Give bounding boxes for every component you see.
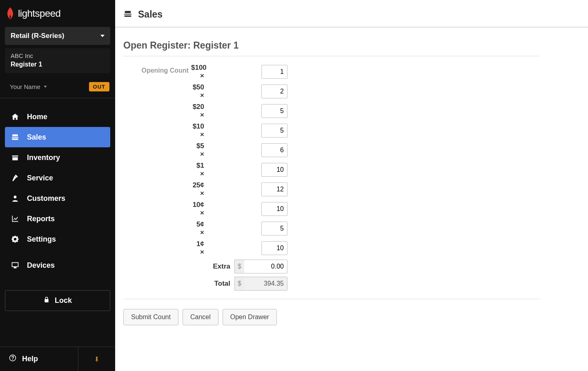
nav-sales[interactable]: Sales [5,127,110,147]
user-row: Your Name OUT [0,78,115,98]
chevron-down-icon [44,86,47,88]
denom-input-5c[interactable] [261,222,287,235]
hammer-icon [11,173,20,182]
extra-label: Extra [191,262,232,271]
denom-label-5c: 5¢ × [191,220,232,237]
product-selector[interactable]: Retail (R-Series) [5,27,110,45]
dollar-icon: $ [234,260,244,273]
home-icon [11,112,20,121]
nav-label: Devices [27,261,55,270]
company-register-block[interactable]: ABC Inc Register 1 [5,48,110,73]
lock-icon [43,296,50,305]
lock-button[interactable]: Lock [5,290,110,311]
sidebar-footer: Help [0,347,115,371]
nav-reports[interactable]: Reports [5,209,110,229]
user-name-label: Your Name [10,83,40,90]
page-title: Open Register: Register 1 [123,40,540,56]
denom-label-20: $20 × [191,103,232,119]
denom-label-10: $10 × [191,122,232,139]
box-icon [11,153,20,162]
denom-input-50[interactable] [261,84,287,98]
main-nav: Home Sales Inventory Service [0,98,115,279]
nav-label: Customers [27,194,65,203]
action-buttons: Submit Count Cancel Open Drawer [123,309,540,325]
denom-input-25c[interactable] [261,182,287,196]
gear-icon [11,235,20,244]
denom-label-100: $100 × [191,64,232,80]
denom-label-1c: 1¢ × [191,240,232,256]
denom-input-1[interactable] [261,163,287,177]
register-icon [11,133,20,142]
nav-service[interactable]: Service [5,168,110,188]
extra-amount-wrap: $ [234,260,287,273]
denom-label-25c: 25¢ × [191,181,232,198]
nav-label: Inventory [27,153,60,162]
nav-label: Reports [27,215,55,223]
brand-name: lightspeed [18,8,60,19]
content: Open Register: Register 1 Opening Count … [115,28,548,333]
register-name: Register 1 [11,61,105,68]
open-drawer-button[interactable]: Open Drawer [223,309,277,325]
denom-label-5: $5 × [191,142,232,158]
page-header: Sales [115,0,588,28]
dollar-icon: $ [234,277,244,291]
denom-label-10c: 10¢ × [191,201,232,217]
user-icon [11,194,20,203]
monitor-icon [11,261,20,270]
main-content: Sales Open Register: Register 1 Opening … [115,0,588,371]
nav-label: Settings [27,235,56,244]
pin-icon [94,356,100,362]
nav-settings[interactable]: Settings [5,229,110,249]
brand-logo: lightspeed [0,0,115,27]
nav-label: Service [27,174,53,182]
lock-label: Lock [55,296,72,305]
denom-input-1c[interactable] [261,241,287,255]
total-amount-wrap: $ [234,277,287,291]
denom-label-50: $50 × [191,83,232,100]
total-label: Total [191,280,232,288]
denom-input-10c[interactable] [261,202,287,216]
header-title: Sales [138,9,163,20]
help-button[interactable]: Help [0,347,78,371]
nav-label: Sales [27,133,46,142]
nav-devices[interactable]: Devices [5,255,110,275]
denom-input-100[interactable] [261,65,287,79]
pin-button[interactable] [78,347,115,371]
chevron-down-icon [100,35,105,37]
nav-home[interactable]: Home [5,107,110,127]
nav-label: Home [27,113,47,121]
cancel-button[interactable]: Cancel [183,309,218,325]
product-selector-label: Retail (R-Series) [11,32,64,40]
clock-out-badge[interactable]: OUT [89,82,109,91]
flame-icon [5,7,16,20]
submit-count-button[interactable]: Submit Count [123,309,178,325]
nav-inventory[interactable]: Inventory [5,147,110,168]
denom-label-1: $1 × [191,162,232,178]
denom-input-5[interactable] [261,143,287,157]
nav-customers[interactable]: Customers [5,188,110,209]
sidebar: lightspeed Retail (R-Series) ABC Inc Reg… [0,0,115,371]
chart-icon [11,214,20,223]
opening-count-table: Opening Count $100 × $50 × $20 × $10 × $… [123,64,540,299]
help-icon [9,354,16,364]
denom-input-20[interactable] [261,104,287,118]
company-name: ABC Inc [11,52,105,59]
user-menu[interactable]: Your Name [10,83,47,90]
register-icon [123,9,132,20]
svg-point-0 [14,195,17,198]
opening-count-label: Opening Count [123,64,189,74]
help-label: Help [22,355,38,363]
denom-input-10[interactable] [261,124,287,138]
